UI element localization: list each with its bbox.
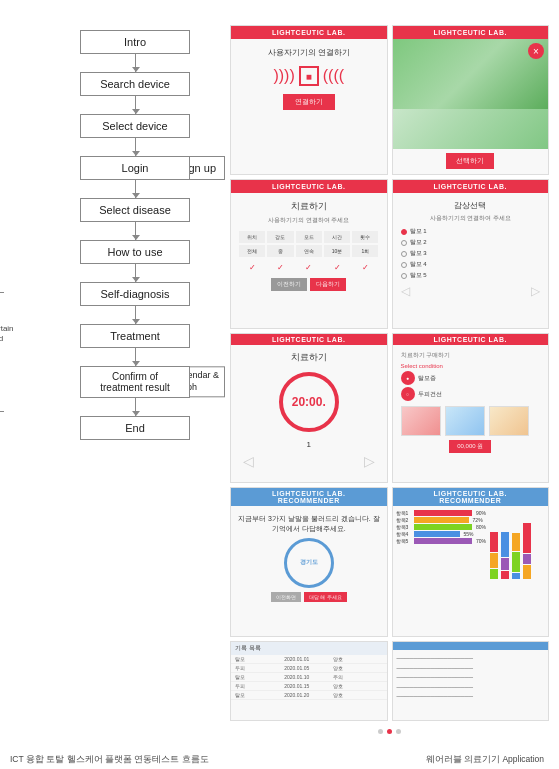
blue-strip (393, 642, 549, 650)
cell-4-1: 2020.01.20 (284, 692, 333, 698)
right-row-4: ────────────────── (397, 692, 545, 702)
check4: ✓ (324, 263, 350, 272)
spacer (413, 284, 529, 298)
stat-label-1: 항목2 (396, 517, 409, 523)
list-row-0: 탈모 2020.01.01 양호 (231, 655, 387, 664)
val-mode: 연속 (296, 245, 322, 257)
check1: ✓ (239, 263, 265, 272)
flow-node-confirm: Confirm oftreatment result (80, 366, 190, 398)
flow-node-select-disease: Select disease (80, 198, 190, 222)
dot-2[interactable] (396, 729, 401, 734)
screen4-header: LIGHTCEUTIC LAB. (393, 180, 549, 193)
flow-arrow (135, 306, 136, 324)
bar-seg-11 (523, 565, 531, 579)
right-card-content: ────────────────── ────────────────── ──… (393, 650, 549, 706)
flow-node-search-device: Search device (80, 72, 190, 96)
prev-screen-btn[interactable]: 이전화면 (271, 592, 301, 602)
check5: ✓ (352, 263, 378, 272)
bar-seg-5 (501, 571, 509, 579)
cell-3-1: 2020.01.15 (284, 683, 333, 689)
stat-bar-4 (414, 538, 472, 544)
val-time: 10분 (324, 245, 350, 257)
purchase-button[interactable]: 00,000 원 (449, 440, 491, 453)
bottom-list-area: 기록 목록 탈모 2020.01.01 양호 두피 2020.01.05 양호 … (230, 641, 549, 721)
list-row-4: 탈모 2020.01.20 양호 (231, 691, 387, 700)
check3: ✓ (296, 263, 322, 272)
dot-0[interactable] (378, 729, 383, 734)
stat-val-1: 72% (473, 517, 483, 523)
flow-node-end: End (80, 416, 190, 440)
wifi-icon-left: )))) (273, 67, 294, 85)
radio-item-4[interactable]: 탈모 5 (401, 271, 541, 280)
radio-item-3[interactable]: 탈모 4 (401, 260, 541, 269)
period-bracket (0, 292, 4, 412)
right-row-1: ────────────────── (397, 664, 545, 674)
screen5-header: LIGHTCEUTIC LAB. (231, 334, 387, 345)
flow-arrow (135, 222, 136, 240)
purchase-btn-area: 00,000 원 (397, 440, 545, 453)
logo-circle: 경기도 (284, 538, 334, 588)
screen4-sub: 사용하기기의 연결하여 주세요 (397, 214, 545, 223)
timer-display: 20:00. (292, 395, 326, 409)
footer: ICT 융합 토탈 헬스케어 플랫폼 연동테스트 흐름도 웨어러블 의료기기 A… (0, 748, 559, 769)
treat-grid: 위치 강도 모드 시간 횟수 전체 중 연속 10분 1회 (235, 227, 383, 261)
timer-prev[interactable]: ◁ (243, 453, 254, 469)
bar-seg-2 (490, 569, 498, 579)
screen-timer: LIGHTCEUTIC LAB. 치료하기 20:00. 1 ◁ ▷ (230, 333, 388, 483)
cell-2-1: 2020.01.10 (284, 674, 333, 680)
flow-node-treatment: Treatment (80, 324, 190, 348)
col-time: 시간 (324, 231, 350, 243)
chart-columns (490, 509, 545, 579)
answer-btn[interactable]: 대답 해 주세요 (304, 592, 347, 602)
screen5-title: 치료하기 (235, 351, 383, 364)
disease-item-1[interactable]: ○ 두피건선 (397, 386, 545, 402)
screen-device-select: LIGHTCEUTIC LAB. × 선택하기 (392, 25, 550, 175)
screen1-title: 사용자기기의 연결하기 (235, 47, 383, 58)
disease-item-0[interactable]: ● 탈모증 (397, 370, 545, 386)
bar-seg-7 (512, 552, 520, 572)
screen6-subtitle: 치료하기 구매하기 (397, 349, 545, 362)
bar-seg-1 (490, 553, 498, 568)
device-image: × (393, 39, 549, 109)
timer-next[interactable]: ▷ (364, 453, 375, 469)
prev-arrow[interactable]: ◁ (401, 284, 410, 298)
screen-diagnosis-select: LIGHTCEUTIC LAB. 감상선택 사용하기기의 연결하여 주세요 탈모… (392, 179, 550, 329)
bar-seg-6 (512, 533, 520, 551)
nav-row: ◁ ▷ (397, 284, 545, 298)
timer-area: 20:00. (235, 372, 383, 432)
connect-button[interactable]: 연결하기 (283, 94, 335, 110)
screen-treatment-table: LIGHTCEUTIC LAB. 치료하기 사용하기기의 연결하여 주세요 위치… (230, 179, 388, 329)
dot-1[interactable] (387, 729, 392, 734)
cell-4-0: 탈모 (235, 692, 284, 698)
stat-bar-0 (414, 510, 472, 516)
close-icon[interactable]: × (528, 43, 544, 59)
bar-seg-10 (523, 554, 531, 564)
right-row-3: ────────────────── (397, 683, 545, 693)
radio-item-0[interactable]: 탈모 1 (401, 227, 541, 236)
stat-bars: 항목1 90% 항목2 72% 항목3 80% (396, 509, 487, 579)
treat-img-0 (401, 406, 441, 436)
radio-item-1[interactable]: 탈모 2 (401, 238, 541, 247)
wifi-animation: )))) ■ (((( (235, 66, 383, 86)
screen-disease-purchase: LIGHTCEUTIC LAB. 치료하기 구매하기 Select condit… (392, 333, 550, 483)
radio-label-4: 탈모 5 (410, 271, 427, 280)
next-arrow[interactable]: ▷ (531, 284, 540, 298)
cell-0-2: 양호 (333, 656, 382, 662)
bar-seg-3 (501, 532, 509, 557)
radio-item-2[interactable]: 탈모 3 (401, 249, 541, 258)
radio-empty-3 (401, 262, 407, 268)
check2: ✓ (267, 263, 293, 272)
select-button[interactable]: 선택하기 (446, 153, 494, 169)
stat-label-0: 항목1 (396, 510, 409, 516)
flow-nodes: Intro Search device Select device Login … (50, 30, 220, 440)
prev-button[interactable]: 이전하기 (271, 278, 307, 291)
stat-label-3: 항목4 (396, 531, 409, 537)
next-button[interactable]: 다음하기 (310, 278, 346, 291)
bar-group-1 (501, 532, 509, 579)
bar-seg-4 (501, 558, 509, 570)
stat-label-4: 항목5 (396, 538, 409, 544)
screen-stats: LIGHTCEUTIC LAB.RECOMMENDER 항목1 90% 항목2 … (392, 487, 550, 637)
cell-2-0: 탈모 (235, 674, 284, 680)
cell-1-1: 2020.01.05 (284, 665, 333, 671)
flow-node-login: Login (80, 156, 190, 180)
